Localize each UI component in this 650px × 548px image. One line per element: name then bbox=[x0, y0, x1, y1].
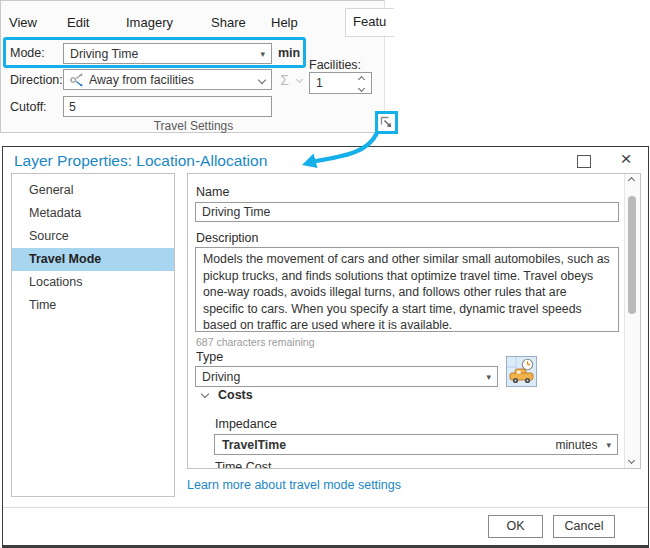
travel-mode-icon-button[interactable] bbox=[506, 356, 537, 387]
caret-down-icon: ▾ bbox=[486, 372, 491, 382]
cutoff-input[interactable] bbox=[63, 96, 272, 117]
direction-value: Away from facilities bbox=[89, 73, 259, 87]
maximize-icon[interactable] bbox=[577, 155, 591, 168]
ok-button[interactable]: OK bbox=[488, 515, 543, 538]
menu-item-view[interactable]: View bbox=[9, 15, 37, 30]
scrollbar-up-icon[interactable] bbox=[628, 177, 635, 184]
sidebar-item-travel-mode[interactable]: Travel Mode bbox=[12, 248, 174, 271]
away-from-facilities-icon bbox=[70, 73, 84, 87]
facilities-stepper[interactable]: 1 bbox=[309, 72, 372, 94]
name-input[interactable] bbox=[195, 202, 619, 222]
sidebar-item-general[interactable]: General bbox=[12, 179, 174, 202]
mode-value: Driving Time bbox=[70, 47, 256, 61]
costs-section-label: Costs bbox=[218, 388, 253, 402]
direction-label: Direction: bbox=[10, 73, 63, 87]
menu-item-share[interactable]: Share bbox=[211, 15, 246, 30]
sidebar-item-metadata[interactable]: Metadata bbox=[12, 202, 174, 225]
stepper-down-button[interactable] bbox=[355, 84, 367, 93]
description-label: Description bbox=[196, 231, 259, 245]
chevron-down-icon bbox=[258, 75, 266, 83]
travel-settings-group-label: Travel Settings bbox=[1, 119, 386, 133]
cutoff-label: Cutoff: bbox=[10, 100, 47, 114]
layer-properties-dialog: Layer Properties: Location-Allocation × … bbox=[2, 146, 649, 548]
dialog-launcher-icon bbox=[380, 116, 393, 129]
impedance-label: Impedance bbox=[215, 417, 277, 431]
scrollbar-thumb[interactable] bbox=[628, 196, 636, 314]
chevron-down-icon bbox=[357, 85, 364, 92]
menu-item-imagery[interactable]: Imagery bbox=[126, 15, 173, 30]
facilities-value: 1 bbox=[316, 76, 323, 90]
sidebar-item-locations[interactable]: Locations bbox=[12, 271, 174, 294]
type-dropdown[interactable]: Driving ▾ bbox=[195, 366, 498, 387]
caret-down-icon: ▾ bbox=[260, 49, 265, 59]
tab-feature-layer-partial[interactable]: Featu bbox=[345, 8, 394, 37]
mode-unit-label: min bbox=[278, 46, 300, 60]
chevron-up-icon bbox=[357, 76, 364, 83]
dialog-launcher-button[interactable] bbox=[375, 111, 398, 134]
characters-remaining-label: 687 characters remaining bbox=[196, 336, 314, 348]
screenshot-root: View Edit Imagery Share Help Featu Mode:… bbox=[0, 0, 650, 548]
car-with-clock-icon bbox=[507, 357, 536, 386]
stepper-up-button[interactable] bbox=[355, 75, 367, 84]
travel-mode-panel: Name Description Models the movement of … bbox=[187, 173, 641, 469]
footer-divider bbox=[3, 507, 648, 508]
menu-item-help[interactable]: Help bbox=[271, 15, 298, 30]
impedance-value: TravelTime bbox=[215, 438, 555, 452]
menu-item-edit[interactable]: Edit bbox=[67, 15, 89, 30]
mode-dropdown[interactable]: Driving Time ▾ bbox=[63, 43, 272, 64]
ribbon-snippet: View Edit Imagery Share Help Featu Mode:… bbox=[0, 0, 385, 133]
type-label: Type bbox=[196, 350, 223, 364]
name-label: Name bbox=[196, 185, 229, 199]
costs-expander-chevron-icon[interactable] bbox=[201, 390, 209, 398]
vertical-scrollbar[interactable] bbox=[624, 174, 640, 468]
sigma-chevron-down-icon[interactable] bbox=[296, 76, 303, 83]
direction-dropdown[interactable]: Away from facilities bbox=[63, 69, 272, 90]
dialog-sidebar: General Metadata Source Travel Mode Loca… bbox=[11, 173, 175, 497]
sidebar-item-source[interactable]: Source bbox=[12, 225, 174, 248]
close-icon[interactable]: × bbox=[615, 147, 637, 171]
sidebar-item-time[interactable]: Time bbox=[12, 294, 174, 317]
caret-down-icon: ▾ bbox=[606, 440, 611, 450]
mode-label: Mode: bbox=[10, 46, 45, 60]
learn-more-link[interactable]: Learn more about travel mode settings bbox=[187, 478, 401, 492]
time-cost-label: Time Cost bbox=[215, 460, 272, 469]
type-value: Driving bbox=[202, 370, 482, 384]
impedance-dropdown[interactable]: TravelTime minutes ▾ bbox=[214, 434, 618, 455]
facilities-label: Facilities: bbox=[309, 58, 361, 72]
sigma-summary-button[interactable]: Σ bbox=[275, 70, 294, 90]
cancel-button[interactable]: Cancel bbox=[553, 515, 615, 538]
description-textarea[interactable]: Models the movement of cars and other si… bbox=[195, 247, 619, 332]
impedance-unit: minutes bbox=[555, 438, 597, 452]
scrollbar-down-icon[interactable] bbox=[628, 457, 635, 464]
dialog-title: Layer Properties: Location-Allocation bbox=[14, 152, 267, 170]
